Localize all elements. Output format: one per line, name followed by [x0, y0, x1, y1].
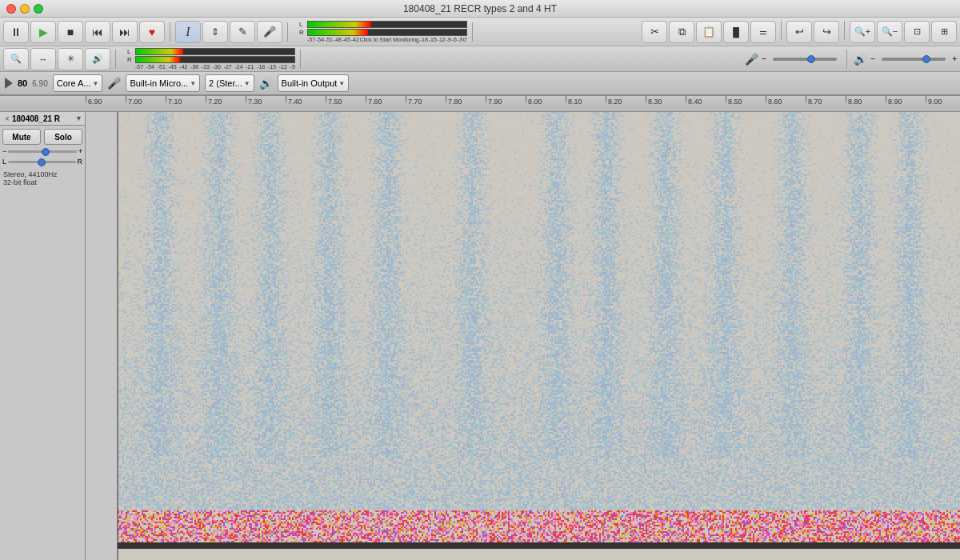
- core-audio-arrow: ▼: [93, 80, 99, 87]
- output-plus-label: +: [952, 54, 957, 63]
- separator5: [844, 21, 845, 40]
- pause-button[interactable]: ⏸: [3, 21, 29, 43]
- skip-forward-button[interactable]: ⏭: [112, 21, 138, 43]
- speaker2-button[interactable]: 🔊: [85, 48, 110, 70]
- volume-value: 80: [18, 78, 27, 88]
- mute-button[interactable]: Mute: [2, 129, 41, 145]
- track-expand-arrow[interactable]: ▼: [75, 114, 82, 122]
- vu2-row-right: R: [127, 56, 295, 63]
- track-sample-rate: Stereo, 44100Hz: [3, 170, 82, 178]
- separator3: [472, 22, 473, 42]
- vu-row-right: R: [299, 29, 467, 36]
- output-controls: 🎤 − 🔊 − +: [745, 50, 957, 69]
- copy-button[interactable]: ⧉: [669, 21, 694, 43]
- skip-back-button[interactable]: ⏮: [85, 21, 110, 43]
- mute-solo-row: Mute Solo: [2, 129, 82, 145]
- pan-right-label: R: [78, 158, 83, 166]
- vu2-scale: -57-54-51-45-42-36-33-30-27-24-21-18-15-…: [135, 64, 295, 70]
- toolbar1: ⏸ ▶ ■ ⏮ ⏭ ♥ I ⇕ ✎ 🎤 L R -57-54-51-48-45-…: [0, 18, 960, 46]
- toolbar2: 🔍 ↔ ✳ 🔊 L R -57-54-51-45-42-36-33-30-27-…: [0, 46, 960, 72]
- track-controls: Mute Solo − + L R: [0, 126, 85, 169]
- input-device-select[interactable]: Built-in Micro... ▼: [126, 74, 200, 92]
- track-close-button[interactable]: ×: [2, 114, 12, 123]
- paste-button[interactable]: 📋: [696, 21, 722, 43]
- vu2-label-L: L: [127, 48, 134, 55]
- star-button[interactable]: ✳: [58, 48, 83, 70]
- gain-plus-icon: +: [78, 147, 82, 155]
- ruler-tick: 7.90: [486, 96, 526, 111]
- play-button[interactable]: ▶: [30, 21, 56, 43]
- ruler-tick: 9.00: [926, 96, 960, 111]
- ruler-tick: 8.60: [766, 96, 806, 111]
- redo-button[interactable]: ↪: [814, 21, 839, 43]
- main-content: × 180408_21 R ▼ Mute Solo − + L: [0, 112, 960, 560]
- favorite-button[interactable]: ♥: [139, 21, 165, 43]
- separator2: [287, 22, 288, 42]
- vu-meter-R: [307, 29, 467, 36]
- zoom-fit-button[interactable]: ⊡: [904, 21, 930, 43]
- cut-button[interactable]: ✂: [642, 21, 667, 43]
- ruler-tick: 7.30: [246, 96, 286, 111]
- gain-minus-label: −: [762, 54, 766, 63]
- ruler-tick: 8.00: [526, 96, 566, 111]
- stop-button[interactable]: ■: [58, 21, 83, 43]
- minimize-button[interactable]: [20, 4, 30, 14]
- devicebar: 80 6.90 Core A... ▼ 🎤 Built-in Micro... …: [0, 72, 960, 96]
- window-controls: [6, 4, 43, 14]
- spectrogram-canvas[interactable]: [86, 112, 960, 560]
- zoom-out-button[interactable]: 🔍−: [877, 21, 902, 43]
- undo-button[interactable]: ↩: [786, 21, 812, 43]
- silence-button[interactable]: ⚌: [750, 21, 776, 43]
- vu-scale: -57-54-51-48-45-42Click to Start Monitor…: [307, 37, 467, 42]
- record-mic-button[interactable]: 🎤: [257, 21, 282, 43]
- close-button[interactable]: [6, 4, 16, 14]
- ruler-tick: 8.20: [606, 96, 646, 111]
- solo-button[interactable]: Solo: [44, 129, 82, 145]
- waveform-area[interactable]: 8.0k 7.5k 7.0k 6.5k 6.0k 5.5k 5.0k 4.5k …: [86, 112, 960, 560]
- ruler-tick: 8.80: [846, 96, 886, 111]
- output-minus-label: −: [870, 54, 875, 63]
- zoom-in2-button[interactable]: 🔍: [3, 48, 29, 70]
- channels-select[interactable]: 2 (Ster... ▼: [205, 74, 254, 92]
- draw-tool-button[interactable]: ✎: [230, 21, 255, 43]
- ruler-tick: 7.20: [206, 96, 246, 111]
- ruler-tick: 8.90: [886, 96, 926, 111]
- core-audio-label: Core A...: [57, 78, 91, 88]
- fit-button[interactable]: ↔: [30, 48, 56, 70]
- ruler-tick: 8.30: [646, 96, 686, 111]
- trim-button[interactable]: ▐▌: [723, 21, 749, 43]
- selection-tool-button[interactable]: I: [175, 21, 201, 43]
- right-toolbar: ✂ ⧉ 📋 ▐▌ ⚌ ↩ ↪ 🔍+ 🔍− ⊡ ⊞: [642, 21, 957, 43]
- ruler-tick: 7.80: [446, 96, 486, 111]
- ruler-tick: 7.40: [286, 96, 326, 111]
- mic-icon: 🎤: [107, 77, 121, 90]
- vu-meter-container: L R -57-54-51-48-45-42Click to Start Mon…: [299, 21, 467, 42]
- output-device-label: Built-in Output: [282, 78, 338, 88]
- output-device-select[interactable]: Built-in Output ▼: [278, 74, 350, 92]
- multi-tool-button[interactable]: ⇕: [202, 21, 228, 43]
- gain-slider[interactable]: [8, 150, 76, 153]
- t2-sep1: [115, 50, 116, 69]
- zoom-in-button[interactable]: 🔍+: [850, 21, 875, 43]
- speaker3-icon: 🔊: [854, 53, 867, 66]
- maximize-button[interactable]: [34, 4, 43, 14]
- core-audio-select[interactable]: Core A... ▼: [53, 74, 103, 92]
- pan-slider[interactable]: [8, 161, 75, 163]
- ruler-tick: 6.90: [86, 96, 126, 111]
- gain-row: − +: [2, 147, 82, 155]
- pan-row: L R: [2, 158, 82, 166]
- channels-arrow: ▼: [244, 80, 250, 87]
- ruler-tick: 8.70: [806, 96, 846, 111]
- vu-meter2-container: L R -57-54-51-45-42-36-33-30-27-24-21-18…: [127, 48, 295, 70]
- t2-sep3: [846, 50, 847, 69]
- output-gain-slider[interactable]: [882, 58, 946, 61]
- volume-number: 6.90: [32, 79, 47, 88]
- zoom-sel-button[interactable]: ⊞: [931, 21, 957, 43]
- ruler-tick: 8.50: [726, 96, 766, 111]
- output-device-arrow: ▼: [338, 80, 345, 87]
- input-gain-slider[interactable]: [773, 58, 837, 61]
- channels-label: 2 (Ster...: [209, 78, 242, 88]
- vu2-label-R: R: [127, 56, 134, 63]
- vu2-meter-R: [135, 56, 295, 63]
- ruler-tick: 8.40: [686, 96, 726, 111]
